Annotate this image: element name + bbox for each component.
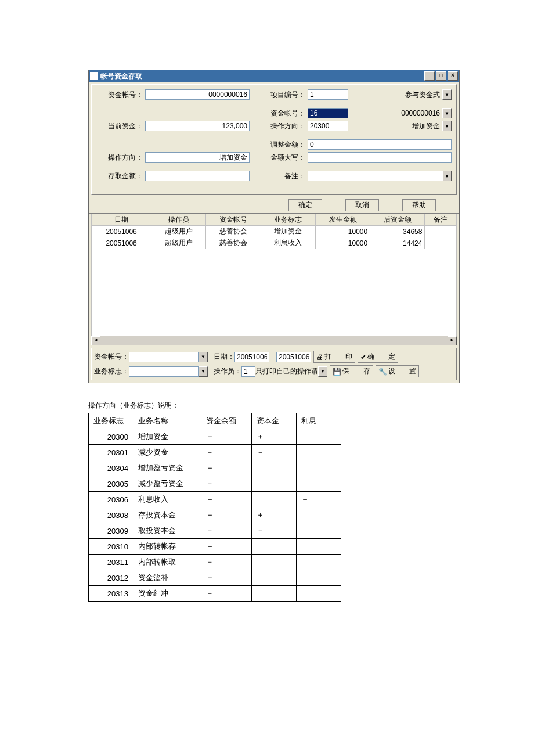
table-row[interactable]: 20051006超级用户慈善协会利息收入1000014424 xyxy=(92,237,457,249)
explain-header: 资金余额 xyxy=(201,413,252,429)
explain-cell xyxy=(252,460,297,476)
grid-blank xyxy=(91,249,457,336)
grid-header[interactable]: 日期 xyxy=(92,214,151,226)
print-label: 打 印 xyxy=(324,352,352,362)
remark-dropdown-icon[interactable]: ▼ xyxy=(442,171,452,181)
scroll-right-icon[interactable]: ► xyxy=(448,336,457,345)
table-cell: 10000 xyxy=(315,226,370,237)
explain-cell: 20308 xyxy=(89,507,134,523)
explanation-section: 操作方向（业务标志）说明： 业务标志业务名称资金余额资本金利息 20300增加资… xyxy=(88,401,413,602)
funds-account2-number: 0000000016 xyxy=(348,109,442,117)
explain-cell: 利息收入 xyxy=(134,492,201,507)
grid-header[interactable]: 后资金额 xyxy=(370,214,425,226)
help-button[interactable]: 帮助 xyxy=(402,199,436,211)
direction-label: 操作方向： xyxy=(96,153,145,163)
cancel-button[interactable]: 取消 xyxy=(345,199,379,211)
filter-account-dropdown-icon[interactable]: ▼ xyxy=(199,352,208,362)
explain-row: 20308存投资本金＋＋ xyxy=(89,507,341,523)
explain-cell xyxy=(252,539,297,555)
confirm-button[interactable]: ✔ 确 定 xyxy=(358,351,398,363)
table-cell: 慈善协会 xyxy=(206,237,261,249)
table-cell xyxy=(425,226,457,237)
account2-dropdown-icon[interactable]: ▼ xyxy=(442,108,452,118)
explain-cell: 20312 xyxy=(89,570,134,586)
table-row[interactable]: 20051006超级用户慈善协会增加资金1000034658 xyxy=(92,226,457,237)
direction2-dropdown-icon[interactable]: ▼ xyxy=(442,121,452,131)
wrench-icon: 🔧 xyxy=(378,368,387,376)
explain-cell: － xyxy=(201,523,252,539)
maximize-button[interactable]: □ xyxy=(436,71,446,81)
explain-cell: ＋ xyxy=(252,507,297,523)
direction-input[interactable] xyxy=(145,152,250,163)
explanation-caption: 操作方向（业务标志）说明： xyxy=(88,401,413,411)
filter-flag-dropdown-icon[interactable]: ▼ xyxy=(199,366,208,377)
remark-label: 备注： xyxy=(265,171,308,181)
grid-header[interactable]: 操作员 xyxy=(151,214,206,226)
project-mode-label: 参与资金式 xyxy=(348,90,442,100)
close-button[interactable]: × xyxy=(448,71,458,81)
current-funds-input[interactable] xyxy=(145,121,250,131)
amount-upper-input[interactable] xyxy=(308,152,452,163)
records-grid: 日期操作员资金帐号业务标志发生金额后资金额备注 20051006超级用户慈善协会… xyxy=(91,214,457,336)
project-dropdown-icon[interactable]: ▼ xyxy=(442,89,452,100)
explain-row: 20301减少资金－－ xyxy=(89,445,341,460)
form-panel: 资金帐号： 项目编号： 参与资金式 ▼ 资金帐号： 0000000016 ▼ xyxy=(91,84,457,195)
filter-date-from-input[interactable] xyxy=(234,352,269,362)
explain-cell xyxy=(297,445,341,460)
table-cell: 超级用户 xyxy=(151,226,206,237)
remark-input[interactable] xyxy=(308,171,442,181)
setup-button[interactable]: 🔧 设 置 xyxy=(376,365,419,377)
explain-header: 业务名称 xyxy=(134,413,201,429)
explain-cell: 20300 xyxy=(89,429,134,445)
scroll-left-icon[interactable]: ◄ xyxy=(91,336,100,345)
grid-header[interactable]: 发生金额 xyxy=(315,214,370,226)
funds-account-input[interactable] xyxy=(145,89,250,100)
ok-button[interactable]: 确定 xyxy=(288,199,322,211)
funds-account2-label: 资金帐号： xyxy=(265,109,308,118)
grid-header[interactable]: 备注 xyxy=(425,214,457,226)
filter-account-label: 资金帐号： xyxy=(94,352,129,362)
grid-header[interactable]: 业务标志 xyxy=(261,214,315,226)
explain-header: 资本金 xyxy=(252,413,297,429)
explain-cell xyxy=(297,429,341,445)
table-cell: 20051006 xyxy=(92,226,151,237)
explain-cell: 20313 xyxy=(89,586,134,602)
filter-operator-label: 操作员： xyxy=(214,366,241,376)
deposit-amount-input[interactable] xyxy=(145,171,250,181)
project-number-input[interactable] xyxy=(308,89,348,100)
disk-icon: 💾 xyxy=(333,368,341,376)
explain-cell xyxy=(297,460,341,476)
table-cell: 慈善协会 xyxy=(206,226,261,237)
explain-cell: 增加盈亏资金 xyxy=(134,460,201,476)
explain-cell: 资金篮补 xyxy=(134,570,201,586)
funds-account2-input[interactable] xyxy=(308,108,348,118)
table-cell: 14424 xyxy=(370,237,425,249)
explain-cell: 存投资本金 xyxy=(134,507,201,523)
direction2-code-input[interactable] xyxy=(308,121,348,131)
adjust-amount-input[interactable] xyxy=(308,139,452,150)
horizontal-scrollbar[interactable]: ◄ ► xyxy=(91,336,457,345)
filter-operator-dropdown-icon[interactable]: ▼ xyxy=(318,366,327,377)
filter-account-input[interactable] xyxy=(129,352,199,362)
explain-cell xyxy=(297,507,341,523)
explain-cell: 取投资本金 xyxy=(134,523,201,539)
filter-date-to-input[interactable] xyxy=(276,352,311,362)
explain-cell: ＋ xyxy=(201,539,252,555)
filter-operator-input[interactable] xyxy=(241,366,255,377)
titlebar: 帐号资金存取 _ □ × xyxy=(89,70,459,82)
explain-cell: 减少盈亏资金 xyxy=(134,476,201,492)
filter-flag-input[interactable] xyxy=(129,366,199,377)
table-cell: 超级用户 xyxy=(151,237,206,249)
check-icon: ✔ xyxy=(360,353,366,361)
minimize-button[interactable]: _ xyxy=(424,71,435,81)
explain-cell: ＋ xyxy=(297,492,341,507)
grid-header[interactable]: 资金帐号 xyxy=(206,214,261,226)
print-button[interactable]: 🖨 打 印 xyxy=(313,351,355,363)
save-button[interactable]: 💾 保 存 xyxy=(330,365,373,377)
direction2-name-label: 增加资金 xyxy=(348,121,442,131)
explain-cell: 20306 xyxy=(89,492,134,507)
filter-date-label: 日期： xyxy=(214,352,234,362)
explain-cell xyxy=(252,586,297,602)
table-cell: 利息收入 xyxy=(261,237,315,249)
funds-account-label: 资金帐号： xyxy=(96,90,145,100)
